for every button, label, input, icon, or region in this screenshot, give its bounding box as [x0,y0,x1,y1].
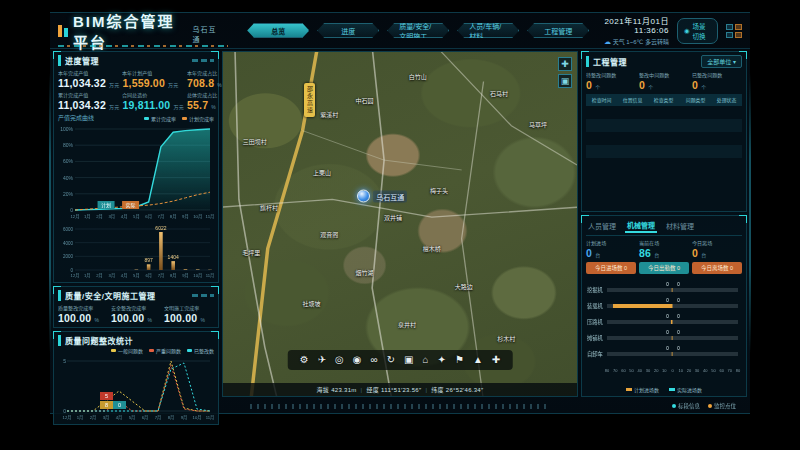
terrain-icon[interactable]: ▲ [473,355,483,365]
section-title-quality: 质量/安全/文明施工管理 [58,290,155,301]
stat-unit: 台 [701,252,706,258]
marker-pin-icon[interactable] [357,190,370,203]
stat-label: 本年完成占比 [187,69,219,76]
stat-value: 100.00 % [164,312,214,324]
legend-item: 严重问题数 [149,347,181,354]
machine-bars-chart[interactable] [586,277,742,385]
map-place-label: 双井铺 [384,213,402,222]
table-row[interactable] [586,106,742,119]
stat-value: 0 台 [692,247,742,259]
map-place-label: 梅子头 [430,185,448,194]
legend-dot [144,117,149,120]
legend-label: 实际进场数 [677,386,702,393]
view-list-icon[interactable] [726,32,733,38]
monthly-output-chart[interactable] [58,221,214,279]
table-row[interactable] [586,132,742,145]
light-icon[interactable]: ✦ [438,355,446,365]
resource-tab[interactable]: 材料管理 [664,220,696,232]
project-marker[interactable]: 乌石互通 [357,190,407,203]
legend-label: 已整改数 [194,347,214,354]
content: 进度管理 本年完成产值 11,034.32 万元 [50,49,750,399]
flag-icon[interactable]: ⚑ [455,355,464,365]
map-place-label: 石马村 [490,89,508,98]
section-title-issues: 质量问题整改统计 [58,335,133,346]
map-layers-button[interactable]: ▣ [558,74,572,88]
header-decoration [192,59,214,62]
view-panel-icon[interactable] [735,32,742,38]
map-place-label: 紫溪村 [320,109,338,118]
stat-item: 合同总造价 19,811.00 万元 [122,91,183,111]
stat-value: 55.7 % [187,99,222,111]
progress-stats: 本年完成产值 11,034.32 万元 本年计划产值 1,559.00 万元 [58,69,214,111]
nav-tab[interactable]: 进度 [317,23,379,38]
legend-dot [672,404,676,408]
stat-number: 0 [586,247,592,259]
rotate-icon[interactable]: ↻ [387,355,395,365]
legend-label: 严重问题数 [156,347,181,354]
stat-item: 今日离场 0 台 [692,239,742,259]
nav-tab[interactable]: 工程管理 [527,23,589,38]
stat-item: 安全整改完成率 100.00 % [111,304,161,324]
issue-table-header: 检查时间位置信息检查类型问题类型处理状态 [586,94,742,106]
stat-unit: % [200,317,205,323]
nav-tab[interactable]: 质量/安全/文明施工 [387,23,449,38]
status-badge[interactable]: 今日进场数 0 [586,262,636,274]
stat-number: 100.00 [58,312,91,324]
eye-icon[interactable]: ◎ [335,355,344,365]
stat-value: 100.00 % [58,312,108,324]
stat-number: 0 [692,79,698,91]
resource-badges: 今日进场数 0 今日出勤数 0 今日离场数 0 [586,262,742,274]
marker-label: 乌石互通 [373,190,407,202]
stat-number: 19,811.00 [122,99,170,111]
stat-label: 计划进场 [586,239,632,246]
legend-item: 标段信息 [672,402,700,410]
resource-tab[interactable]: 机械管理 [625,219,657,233]
stat-value: 0 个 [692,79,742,91]
nav-tab[interactable]: 总览 [247,23,309,38]
map-place-label: 大路边 [455,281,473,290]
stat-unit: % [147,317,152,323]
map-zoom-button[interactable]: ✚ [558,57,572,71]
nav-tab[interactable]: 人员/车辆/材料 [457,23,519,38]
issue-table: 检查时间位置信息检查类型问题类型处理状态 [586,94,742,158]
link-icon[interactable]: ∞ [371,355,378,365]
status-badge[interactable]: 今日离场数 0 [692,262,742,274]
map-controls: ✚ ▣ [558,57,572,88]
gear-icon[interactable]: ⚙ [300,355,309,365]
stat-value: 11,034.32 万元 [58,77,119,89]
footer-legend: 标段信息 监控点位 [672,402,736,410]
resource-tab[interactable]: 人员管理 [586,220,618,232]
datetime-block: 2021年11月01日 11:36:06 ☁ 天气 1~6℃ 多云转晴 [589,15,669,46]
table-row[interactable] [586,145,742,158]
header-right: 2021年11月01日 11:36:06 ☁ 天气 1~6℃ 多云转晴 ◉ 场景… [589,15,742,46]
map-place-label: 上栗山 [313,168,331,177]
stat-label: 今日离场 [692,239,738,246]
stat-label: 待整改问题数 [586,71,632,78]
stat-item: 文明施工完成率 100.00 % [164,304,214,324]
output-curve-chart[interactable] [58,123,214,221]
stat-unit: 万元 [109,82,119,88]
stat-item: 质量整改完成率 100.00 % [58,304,108,324]
legend-label: 监控点位 [714,402,736,410]
stat-value: 1,559.00 万元 [122,77,183,89]
legend-label: 计划完成率 [189,115,214,122]
scene-switch-button[interactable]: ◉ 场景切换 [677,18,718,44]
drone-icon[interactable]: ✈ [318,355,326,365]
table-row[interactable] [586,119,742,132]
map[interactable]: 三田坝村 紫溪村 白竹山 中石园 石马村 马草坪 梅子头 上栗山 旗杆村 [222,51,578,397]
camera-icon[interactable]: ◉ [353,355,362,365]
view-grid-icon[interactable] [726,24,733,30]
legend-dot [149,349,154,352]
stat-item: 待整改问题数 0 个 [586,71,636,91]
stat-value: 86 台 [639,247,689,259]
building-icon[interactable]: ⌂ [423,355,429,365]
measure-icon[interactable]: ✚ [492,355,500,365]
legend-dot [708,404,712,408]
unit-filter-dropdown[interactable]: 全部单位 ▾ [701,55,742,68]
status-badge[interactable]: 今日出勤数 0 [639,262,689,274]
legend-dot [626,388,632,391]
view-layers-icon[interactable] [735,24,742,30]
legend-item: 计划进场数 [626,386,659,393]
quick-view-buttons[interactable] [726,24,742,38]
layers-icon[interactable]: ▣ [404,355,413,365]
